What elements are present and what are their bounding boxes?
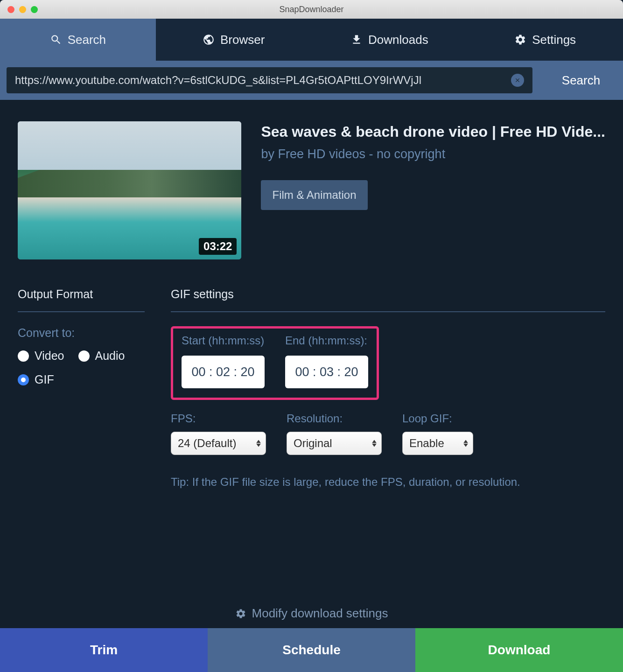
search-icon [50,34,62,46]
loop-dropdown[interactable]: Enable [402,432,473,455]
dropdowns-row: FPS: 24 (Default) Resolution: Original [171,412,605,455]
close-window-button[interactable] [7,6,14,13]
search-button[interactable]: Search [539,67,623,93]
start-time-group: Start (hh:mm:ss) [182,334,265,388]
tab-label: Settings [532,33,576,47]
chevron-updown-icon [463,440,468,447]
download-button[interactable]: Download [415,628,623,672]
video-title: Sea waves & beach drone video | Free HD … [261,123,605,140]
search-bar: Search [0,61,623,100]
format-radios: Video Audio GIF [18,349,145,386]
search-input-wrap [7,67,532,93]
clear-input-button[interactable] [511,74,524,87]
loop-group: Loop GIF: Enable [402,412,473,455]
tab-label: Downloads [368,33,428,47]
maximize-window-button[interactable] [31,6,38,13]
dropdown-value: Enable [409,437,444,450]
close-icon [514,77,521,84]
radio-icon [78,350,90,362]
resolution-label: Resolution: [287,412,382,425]
output-format-heading: Output Format [18,287,145,312]
settings-row: Output Format Convert to: Video Audio GI… [18,287,605,489]
gear-icon [514,34,526,46]
bottom-actions: Trim Schedule Download [0,628,623,672]
convert-to-label: Convert to: [18,326,145,340]
modify-link-label: Modify download settings [252,606,388,621]
chevron-updown-icon [372,440,377,447]
fps-label: FPS: [171,412,266,425]
radio-audio[interactable]: Audio [78,349,125,363]
start-time-input[interactable] [182,356,265,388]
radio-label: Video [35,349,64,363]
video-author: by Free HD videos - no copyright [261,147,605,161]
main-tabs: Search Browser Downloads Settings [0,19,623,61]
gif-settings-section: GIF settings Start (hh:mm:ss) End (hh:mm… [171,287,605,489]
fps-dropdown[interactable]: 24 (Default) [171,432,266,455]
fps-group: FPS: 24 (Default) [171,412,266,455]
video-meta: Sea waves & beach drone video | Free HD … [261,121,605,259]
globe-icon [203,34,215,46]
tab-downloads[interactable]: Downloads [312,19,468,61]
modify-download-settings-link[interactable]: Modify download settings [0,606,623,621]
resolution-group: Resolution: Original [287,412,382,455]
time-range-highlight: Start (hh:mm:ss) End (hh:mm:ss): [171,326,379,400]
end-label: End (hh:mm:ss): [285,334,368,347]
end-time-group: End (hh:mm:ss): [285,334,368,388]
download-icon [350,34,363,46]
url-input[interactable] [15,74,511,87]
window-title: SnapDownloader [279,5,343,14]
gif-settings-heading: GIF settings [171,287,605,312]
radio-icon [18,374,29,385]
dropdown-value: 24 (Default) [178,437,236,450]
minimize-window-button[interactable] [19,6,26,13]
output-format-section: Output Format Convert to: Video Audio GI… [18,287,145,489]
titlebar: SnapDownloader [0,0,623,19]
radio-gif[interactable]: GIF [18,373,54,386]
start-label: Start (hh:mm:ss) [182,334,265,347]
radio-icon [18,350,29,362]
radio-video[interactable]: Video [18,349,64,363]
radio-label: GIF [35,373,54,386]
traffic-lights [7,6,38,13]
radio-label: Audio [95,349,125,363]
category-badge: Film & Animation [261,180,367,210]
resolution-dropdown[interactable]: Original [287,432,382,455]
schedule-button[interactable]: Schedule [208,628,415,672]
trim-button[interactable]: Trim [0,628,208,672]
tab-label: Search [68,33,106,47]
end-time-input[interactable] [285,356,368,388]
loop-label: Loop GIF: [402,412,473,425]
tip-text: Tip: If the GIF file size is large, redu… [171,476,605,489]
video-info-row: 03:22 Sea waves & beach drone video | Fr… [18,121,605,259]
duration-badge: 03:22 [199,238,237,255]
tab-settings[interactable]: Settings [467,19,623,61]
dropdown-value: Original [294,437,332,450]
gear-icon [235,608,246,619]
tab-search[interactable]: Search [0,19,156,61]
tab-browser[interactable]: Browser [156,19,312,61]
chevron-updown-icon [256,440,261,447]
tab-label: Browser [220,33,265,47]
main-content: 03:22 Sea waves & beach drone video | Fr… [0,100,623,489]
video-thumbnail[interactable]: 03:22 [18,121,241,259]
